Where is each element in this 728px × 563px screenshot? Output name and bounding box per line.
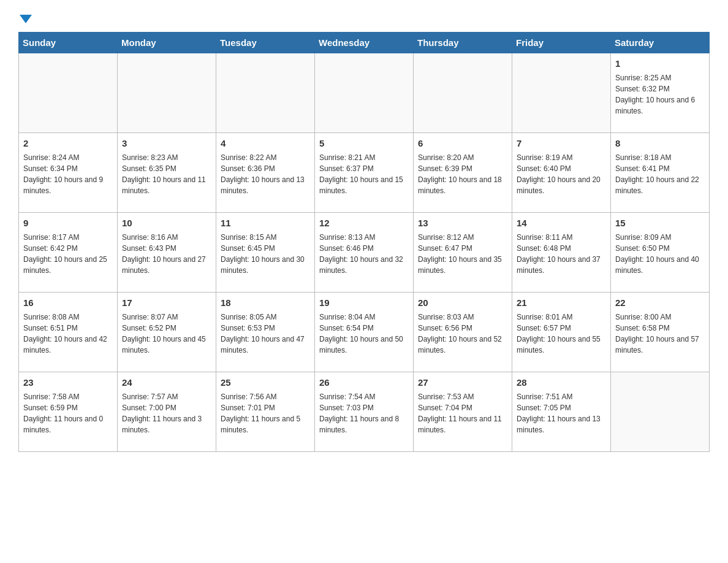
day-info: Sunrise: 8:03 AM Sunset: 6:56 PM Dayligh… <box>418 312 507 356</box>
day-number: 2 <box>23 137 113 150</box>
day-number: 7 <box>517 137 606 150</box>
day-number: 15 <box>615 216 705 230</box>
day-number: 22 <box>615 296 705 310</box>
calendar-header-row: SundayMondayTuesdayWednesdayThursdayFrid… <box>19 33 710 53</box>
day-info: Sunrise: 8:11 AM Sunset: 6:48 PM Dayligh… <box>517 232 606 276</box>
day-number: 1 <box>615 57 705 71</box>
calendar-cell: 19Sunrise: 8:04 AM Sunset: 6:54 PM Dayli… <box>315 293 414 372</box>
day-info: Sunrise: 8:09 AM Sunset: 6:50 PM Dayligh… <box>615 232 705 276</box>
calendar-cell <box>414 53 512 133</box>
day-info: Sunrise: 8:24 AM Sunset: 6:34 PM Dayligh… <box>23 152 113 196</box>
calendar-week-3: 9Sunrise: 8:17 AM Sunset: 6:42 PM Daylig… <box>19 213 710 293</box>
calendar-cell: 6Sunrise: 8:20 AM Sunset: 6:39 PM Daylig… <box>414 133 512 213</box>
calendar-cell: 4Sunrise: 8:22 AM Sunset: 6:36 PM Daylig… <box>216 133 315 213</box>
calendar-cell: 23Sunrise: 7:58 AM Sunset: 6:59 PM Dayli… <box>19 372 118 452</box>
day-info: Sunrise: 7:53 AM Sunset: 7:04 PM Dayligh… <box>418 391 507 435</box>
calendar-cell: 21Sunrise: 8:01 AM Sunset: 6:57 PM Dayli… <box>512 293 611 372</box>
day-number: 3 <box>122 137 211 150</box>
day-number: 23 <box>23 376 113 389</box>
calendar-cell: 12Sunrise: 8:13 AM Sunset: 6:46 PM Dayli… <box>315 213 414 293</box>
day-info: Sunrise: 8:15 AM Sunset: 6:45 PM Dayligh… <box>221 232 310 276</box>
calendar-cell: 27Sunrise: 7:53 AM Sunset: 7:04 PM Dayli… <box>414 372 512 452</box>
column-header-saturday: Saturday <box>611 33 710 53</box>
logo-text <box>18 12 32 23</box>
column-header-sunday: Sunday <box>19 33 118 53</box>
calendar-week-1: 1Sunrise: 8:25 AM Sunset: 6:32 PM Daylig… <box>19 53 710 133</box>
calendar-cell: 25Sunrise: 7:56 AM Sunset: 7:01 PM Dayli… <box>216 372 315 452</box>
calendar-cell: 13Sunrise: 8:12 AM Sunset: 6:47 PM Dayli… <box>414 213 512 293</box>
calendar-cell: 16Sunrise: 8:08 AM Sunset: 6:51 PM Dayli… <box>19 293 118 372</box>
day-number: 17 <box>122 296 211 310</box>
day-number: 16 <box>23 296 113 310</box>
calendar-cell: 10Sunrise: 8:16 AM Sunset: 6:43 PM Dayli… <box>118 213 216 293</box>
day-info: Sunrise: 8:23 AM Sunset: 6:35 PM Dayligh… <box>122 152 211 196</box>
day-number: 14 <box>517 216 606 230</box>
calendar-cell: 15Sunrise: 8:09 AM Sunset: 6:50 PM Dayli… <box>611 213 710 293</box>
day-info: Sunrise: 8:17 AM Sunset: 6:42 PM Dayligh… <box>23 232 113 276</box>
day-info: Sunrise: 8:13 AM Sunset: 6:46 PM Dayligh… <box>319 232 409 276</box>
calendar-cell: 8Sunrise: 8:18 AM Sunset: 6:41 PM Daylig… <box>611 133 710 213</box>
day-info: Sunrise: 8:07 AM Sunset: 6:52 PM Dayligh… <box>122 312 211 356</box>
calendar-cell: 11Sunrise: 8:15 AM Sunset: 6:45 PM Dayli… <box>216 213 315 293</box>
day-info: Sunrise: 7:51 AM Sunset: 7:05 PM Dayligh… <box>517 391 606 435</box>
day-info: Sunrise: 8:19 AM Sunset: 6:40 PM Dayligh… <box>517 152 606 196</box>
calendar-cell: 24Sunrise: 7:57 AM Sunset: 7:00 PM Dayli… <box>118 372 216 452</box>
day-info: Sunrise: 8:05 AM Sunset: 6:53 PM Dayligh… <box>221 312 310 356</box>
day-number: 20 <box>418 296 507 310</box>
day-info: Sunrise: 7:54 AM Sunset: 7:03 PM Dayligh… <box>319 391 409 435</box>
calendar-table: SundayMondayTuesdayWednesdayThursdayFrid… <box>18 32 710 452</box>
calendar-cell: 3Sunrise: 8:23 AM Sunset: 6:35 PM Daylig… <box>118 133 216 213</box>
day-number: 12 <box>319 216 409 230</box>
day-number: 5 <box>319 137 409 150</box>
calendar-cell: 26Sunrise: 7:54 AM Sunset: 7:03 PM Dayli… <box>315 372 414 452</box>
calendar-cell: 22Sunrise: 8:00 AM Sunset: 6:58 PM Dayli… <box>611 293 710 372</box>
calendar-cell <box>512 53 611 133</box>
day-number: 25 <box>221 376 310 389</box>
calendar-cell: 20Sunrise: 8:03 AM Sunset: 6:56 PM Dayli… <box>414 293 512 372</box>
column-header-wednesday: Wednesday <box>315 33 414 53</box>
day-number: 24 <box>122 376 211 389</box>
calendar-cell: 18Sunrise: 8:05 AM Sunset: 6:53 PM Dayli… <box>216 293 315 372</box>
day-info: Sunrise: 8:21 AM Sunset: 6:37 PM Dayligh… <box>319 152 409 196</box>
calendar-cell <box>611 372 710 452</box>
day-info: Sunrise: 8:01 AM Sunset: 6:57 PM Dayligh… <box>517 312 606 356</box>
column-header-friday: Friday <box>512 33 611 53</box>
calendar-cell: 9Sunrise: 8:17 AM Sunset: 6:42 PM Daylig… <box>19 213 118 293</box>
day-info: Sunrise: 8:22 AM Sunset: 6:36 PM Dayligh… <box>221 152 310 196</box>
logo <box>18 12 32 22</box>
column-header-tuesday: Tuesday <box>216 33 315 53</box>
day-number: 28 <box>517 376 606 389</box>
day-number: 10 <box>122 216 211 230</box>
calendar-week-2: 2Sunrise: 8:24 AM Sunset: 6:34 PM Daylig… <box>19 133 710 213</box>
page-header <box>18 12 710 22</box>
calendar-cell: 2Sunrise: 8:24 AM Sunset: 6:34 PM Daylig… <box>19 133 118 213</box>
calendar-cell <box>315 53 414 133</box>
calendar-cell: 17Sunrise: 8:07 AM Sunset: 6:52 PM Dayli… <box>118 293 216 372</box>
day-info: Sunrise: 7:57 AM Sunset: 7:00 PM Dayligh… <box>122 391 211 435</box>
day-number: 26 <box>319 376 409 389</box>
day-info: Sunrise: 7:56 AM Sunset: 7:01 PM Dayligh… <box>221 391 310 435</box>
day-info: Sunrise: 8:08 AM Sunset: 6:51 PM Dayligh… <box>23 312 113 356</box>
calendar-week-4: 16Sunrise: 8:08 AM Sunset: 6:51 PM Dayli… <box>19 293 710 372</box>
day-number: 4 <box>221 137 310 150</box>
day-number: 11 <box>221 216 310 230</box>
day-info: Sunrise: 8:16 AM Sunset: 6:43 PM Dayligh… <box>122 232 211 276</box>
day-info: Sunrise: 7:58 AM Sunset: 6:59 PM Dayligh… <box>23 391 113 435</box>
day-info: Sunrise: 8:18 AM Sunset: 6:41 PM Dayligh… <box>615 152 705 196</box>
calendar-cell <box>216 53 315 133</box>
day-number: 19 <box>319 296 409 310</box>
logo-arrow-icon <box>20 15 32 23</box>
day-info: Sunrise: 8:25 AM Sunset: 6:32 PM Dayligh… <box>615 72 705 117</box>
day-number: 21 <box>517 296 606 310</box>
day-number: 13 <box>418 216 507 230</box>
day-info: Sunrise: 8:00 AM Sunset: 6:58 PM Dayligh… <box>615 312 705 356</box>
day-info: Sunrise: 8:12 AM Sunset: 6:47 PM Dayligh… <box>418 232 507 276</box>
day-number: 27 <box>418 376 507 389</box>
calendar-cell: 28Sunrise: 7:51 AM Sunset: 7:05 PM Dayli… <box>512 372 611 452</box>
calendar-cell: 7Sunrise: 8:19 AM Sunset: 6:40 PM Daylig… <box>512 133 611 213</box>
calendar-cell: 5Sunrise: 8:21 AM Sunset: 6:37 PM Daylig… <box>315 133 414 213</box>
calendar-cell <box>19 53 118 133</box>
day-number: 9 <box>23 216 113 230</box>
calendar-cell <box>118 53 216 133</box>
day-number: 18 <box>221 296 310 310</box>
